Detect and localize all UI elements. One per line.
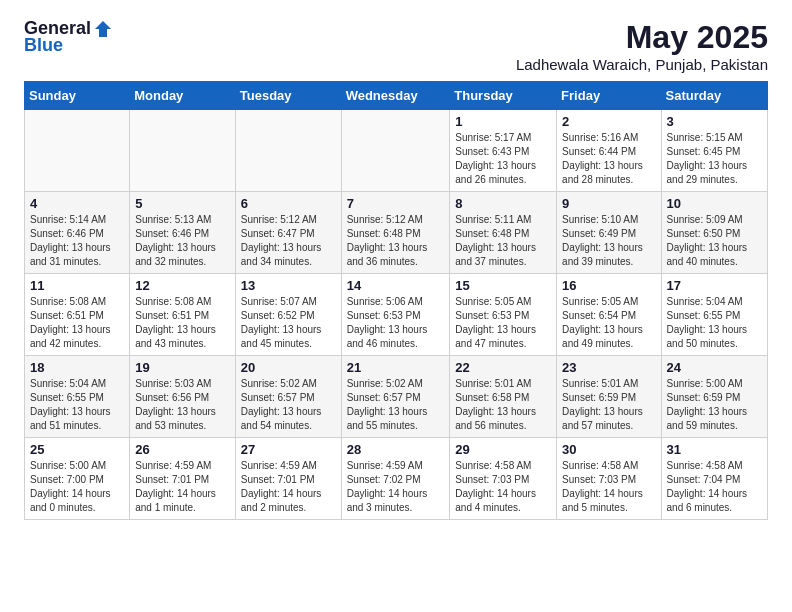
day-number: 10 [667,196,762,211]
cell-info: Sunrise: 5:14 AM Sunset: 6:46 PM Dayligh… [30,213,124,269]
col-monday: Monday [130,82,236,110]
day-number: 3 [667,114,762,129]
day-number: 22 [455,360,551,375]
day-number: 20 [241,360,336,375]
day-number: 18 [30,360,124,375]
calendar-cell: 3Sunrise: 5:15 AM Sunset: 6:45 PM Daylig… [661,110,767,192]
calendar-cell: 31Sunrise: 4:58 AM Sunset: 7:04 PM Dayli… [661,438,767,520]
logo: General Blue [24,18,113,56]
calendar-cell: 2Sunrise: 5:16 AM Sunset: 6:44 PM Daylig… [557,110,661,192]
page-header: General Blue May 2025 Ladhewala Waraich,… [0,0,792,81]
calendar-body: 1Sunrise: 5:17 AM Sunset: 6:43 PM Daylig… [25,110,768,520]
cell-info: Sunrise: 5:12 AM Sunset: 6:47 PM Dayligh… [241,213,336,269]
calendar-cell: 24Sunrise: 5:00 AM Sunset: 6:59 PM Dayli… [661,356,767,438]
day-number: 15 [455,278,551,293]
cell-info: Sunrise: 5:12 AM Sunset: 6:48 PM Dayligh… [347,213,445,269]
cell-info: Sunrise: 5:10 AM Sunset: 6:49 PM Dayligh… [562,213,655,269]
calendar-cell: 4Sunrise: 5:14 AM Sunset: 6:46 PM Daylig… [25,192,130,274]
logo-icon [93,19,113,39]
cell-info: Sunrise: 5:01 AM Sunset: 6:58 PM Dayligh… [455,377,551,433]
day-number: 12 [135,278,230,293]
calendar-cell: 15Sunrise: 5:05 AM Sunset: 6:53 PM Dayli… [450,274,557,356]
day-number: 21 [347,360,445,375]
calendar-cell: 22Sunrise: 5:01 AM Sunset: 6:58 PM Dayli… [450,356,557,438]
cell-info: Sunrise: 5:15 AM Sunset: 6:45 PM Dayligh… [667,131,762,187]
cell-info: Sunrise: 5:05 AM Sunset: 6:53 PM Dayligh… [455,295,551,351]
cell-info: Sunrise: 5:09 AM Sunset: 6:50 PM Dayligh… [667,213,762,269]
day-number: 29 [455,442,551,457]
calendar-cell: 9Sunrise: 5:10 AM Sunset: 6:49 PM Daylig… [557,192,661,274]
title-block: May 2025 Ladhewala Waraich, Punjab, Paki… [516,18,768,73]
cell-info: Sunrise: 5:02 AM Sunset: 6:57 PM Dayligh… [241,377,336,433]
cell-info: Sunrise: 5:08 AM Sunset: 6:51 PM Dayligh… [30,295,124,351]
calendar-week-3: 11Sunrise: 5:08 AM Sunset: 6:51 PM Dayli… [25,274,768,356]
col-thursday: Thursday [450,82,557,110]
month-year-title: May 2025 [516,18,768,56]
calendar-cell: 7Sunrise: 5:12 AM Sunset: 6:48 PM Daylig… [341,192,450,274]
cell-info: Sunrise: 5:05 AM Sunset: 6:54 PM Dayligh… [562,295,655,351]
day-number: 16 [562,278,655,293]
calendar-cell: 6Sunrise: 5:12 AM Sunset: 6:47 PM Daylig… [235,192,341,274]
day-number: 8 [455,196,551,211]
calendar-wrapper: Sunday Monday Tuesday Wednesday Thursday… [0,81,792,532]
calendar-cell: 1Sunrise: 5:17 AM Sunset: 6:43 PM Daylig… [450,110,557,192]
calendar-cell: 29Sunrise: 4:58 AM Sunset: 7:03 PM Dayli… [450,438,557,520]
cell-info: Sunrise: 4:59 AM Sunset: 7:02 PM Dayligh… [347,459,445,515]
day-number: 28 [347,442,445,457]
cell-info: Sunrise: 5:06 AM Sunset: 6:53 PM Dayligh… [347,295,445,351]
cell-info: Sunrise: 4:59 AM Sunset: 7:01 PM Dayligh… [241,459,336,515]
calendar-cell: 28Sunrise: 4:59 AM Sunset: 7:02 PM Dayli… [341,438,450,520]
calendar-cell: 21Sunrise: 5:02 AM Sunset: 6:57 PM Dayli… [341,356,450,438]
calendar-cell: 27Sunrise: 4:59 AM Sunset: 7:01 PM Dayli… [235,438,341,520]
cell-info: Sunrise: 5:01 AM Sunset: 6:59 PM Dayligh… [562,377,655,433]
calendar-week-4: 18Sunrise: 5:04 AM Sunset: 6:55 PM Dayli… [25,356,768,438]
calendar-cell: 16Sunrise: 5:05 AM Sunset: 6:54 PM Dayli… [557,274,661,356]
calendar-cell: 18Sunrise: 5:04 AM Sunset: 6:55 PM Dayli… [25,356,130,438]
cell-info: Sunrise: 4:58 AM Sunset: 7:03 PM Dayligh… [455,459,551,515]
day-number: 9 [562,196,655,211]
calendar-cell: 25Sunrise: 5:00 AM Sunset: 7:00 PM Dayli… [25,438,130,520]
day-number: 14 [347,278,445,293]
cell-info: Sunrise: 5:00 AM Sunset: 7:00 PM Dayligh… [30,459,124,515]
cell-info: Sunrise: 5:11 AM Sunset: 6:48 PM Dayligh… [455,213,551,269]
col-tuesday: Tuesday [235,82,341,110]
day-number: 19 [135,360,230,375]
day-number: 6 [241,196,336,211]
day-number: 23 [562,360,655,375]
location-subtitle: Ladhewala Waraich, Punjab, Pakistan [516,56,768,73]
col-wednesday: Wednesday [341,82,450,110]
cell-info: Sunrise: 5:07 AM Sunset: 6:52 PM Dayligh… [241,295,336,351]
cell-info: Sunrise: 4:59 AM Sunset: 7:01 PM Dayligh… [135,459,230,515]
calendar-cell: 19Sunrise: 5:03 AM Sunset: 6:56 PM Dayli… [130,356,236,438]
cell-info: Sunrise: 5:16 AM Sunset: 6:44 PM Dayligh… [562,131,655,187]
day-number: 13 [241,278,336,293]
calendar-week-1: 1Sunrise: 5:17 AM Sunset: 6:43 PM Daylig… [25,110,768,192]
calendar-cell: 11Sunrise: 5:08 AM Sunset: 6:51 PM Dayli… [25,274,130,356]
calendar-cell: 12Sunrise: 5:08 AM Sunset: 6:51 PM Dayli… [130,274,236,356]
day-number: 30 [562,442,655,457]
cell-info: Sunrise: 4:58 AM Sunset: 7:04 PM Dayligh… [667,459,762,515]
day-number: 7 [347,196,445,211]
cell-info: Sunrise: 5:17 AM Sunset: 6:43 PM Dayligh… [455,131,551,187]
logo-blue-text: Blue [24,35,63,56]
calendar-cell: 10Sunrise: 5:09 AM Sunset: 6:50 PM Dayli… [661,192,767,274]
cell-info: Sunrise: 5:03 AM Sunset: 6:56 PM Dayligh… [135,377,230,433]
calendar-cell [25,110,130,192]
day-number: 2 [562,114,655,129]
header-row: Sunday Monday Tuesday Wednesday Thursday… [25,82,768,110]
day-number: 27 [241,442,336,457]
calendar-cell: 8Sunrise: 5:11 AM Sunset: 6:48 PM Daylig… [450,192,557,274]
calendar-cell: 30Sunrise: 4:58 AM Sunset: 7:03 PM Dayli… [557,438,661,520]
day-number: 26 [135,442,230,457]
cell-info: Sunrise: 4:58 AM Sunset: 7:03 PM Dayligh… [562,459,655,515]
calendar-week-5: 25Sunrise: 5:00 AM Sunset: 7:00 PM Dayli… [25,438,768,520]
calendar-header: Sunday Monday Tuesday Wednesday Thursday… [25,82,768,110]
cell-info: Sunrise: 5:00 AM Sunset: 6:59 PM Dayligh… [667,377,762,433]
calendar-week-2: 4Sunrise: 5:14 AM Sunset: 6:46 PM Daylig… [25,192,768,274]
day-number: 11 [30,278,124,293]
col-saturday: Saturday [661,82,767,110]
calendar-cell: 23Sunrise: 5:01 AM Sunset: 6:59 PM Dayli… [557,356,661,438]
calendar-cell [341,110,450,192]
cell-info: Sunrise: 5:04 AM Sunset: 6:55 PM Dayligh… [30,377,124,433]
day-number: 5 [135,196,230,211]
